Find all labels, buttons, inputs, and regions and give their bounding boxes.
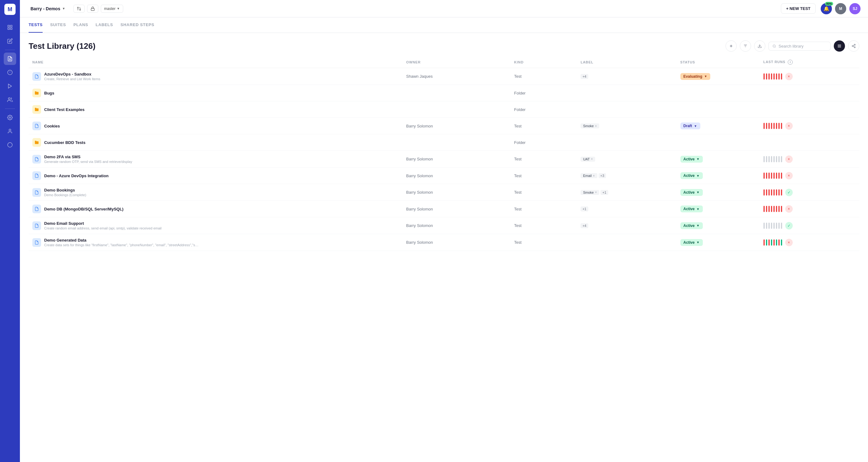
status-badge[interactable]: Active ▼ [680, 222, 703, 229]
sidebar-item-dashboard[interactable] [4, 21, 16, 34]
test-name[interactable]: AzureDevOps - Sandbox [44, 72, 100, 76]
sidebar-item-bugs[interactable] [4, 66, 16, 79]
owner-cell: Barry Solomon [403, 118, 510, 134]
library-title: Test Library (126) [29, 41, 725, 51]
runs-bars: × [764, 172, 856, 179]
label-tag: Email × [581, 173, 597, 178]
filter-button[interactable] [740, 40, 751, 52]
test-name[interactable]: Demo Bookings [44, 188, 86, 193]
label-tag: Smoke × [581, 190, 599, 195]
runs-cell: × [760, 201, 859, 217]
test-name-group: Demo Email Support Create random email a… [44, 221, 161, 230]
test-icon [32, 238, 41, 247]
test-name-group: Bugs [44, 91, 55, 95]
avatar-m[interactable]: M [835, 3, 846, 14]
label-more: +1 [600, 190, 608, 195]
test-name[interactable]: Demo 2FA via SMS [44, 155, 132, 159]
run-bar [771, 73, 772, 79]
delete-run-icon[interactable]: × [785, 156, 793, 163]
menu-button[interactable] [834, 40, 845, 52]
avatar-sj[interactable]: SJ [849, 3, 861, 14]
sidebar-item-people[interactable] [4, 94, 16, 106]
run-bar [764, 189, 765, 196]
status-badge[interactable]: Active ▼ [680, 239, 703, 246]
run-bar [776, 123, 777, 129]
run-bar [781, 156, 782, 162]
branch-chevron-icon: ▼ [117, 7, 120, 10]
tab-labels[interactable]: LABELS [95, 18, 113, 33]
check-run-icon[interactable]: ✓ [785, 189, 793, 196]
label-cell: +4 [577, 68, 676, 85]
status-cell: Draft ▼ [677, 118, 760, 134]
test-name-cell: Bugs [32, 89, 399, 97]
add-button[interactable] [725, 40, 737, 52]
col-header-kind: KIND [510, 57, 577, 68]
last-runs-info-icon[interactable]: i [788, 60, 793, 65]
run-bar [771, 156, 772, 162]
test-name[interactable]: Demo Email Support [44, 221, 161, 226]
branch-type-btn[interactable] [73, 5, 85, 13]
test-name[interactable]: Cookies [44, 124, 60, 128]
new-test-button[interactable]: + NEW TEST [781, 3, 816, 14]
status-badge[interactable]: Active ▼ [680, 205, 703, 212]
label-remove-icon[interactable]: × [595, 124, 597, 128]
run-bar [769, 189, 770, 196]
status-badge[interactable]: Draft ▼ [680, 123, 700, 129]
test-name[interactable]: Demo - Azure DevOps Integration [44, 173, 108, 178]
test-name[interactable]: Client Test Examples [44, 107, 85, 112]
status-chevron-icon: ▼ [696, 207, 700, 211]
test-name[interactable]: Demo Generated Data [44, 238, 200, 242]
status-chevron-icon: ▼ [696, 191, 700, 194]
search-icon [773, 44, 776, 48]
sidebar-item-play[interactable] [4, 80, 16, 92]
status-cell [677, 134, 760, 151]
test-name-cell: Demo Email Support Create random email a… [32, 221, 399, 230]
download-button[interactable] [754, 40, 765, 52]
branch-lock-btn[interactable] [87, 5, 98, 13]
tab-suites[interactable]: SUITES [50, 18, 66, 33]
sidebar-item-tests[interactable] [4, 53, 16, 65]
sidebar-item-cat[interactable] [4, 139, 16, 151]
delete-run-icon[interactable]: × [785, 172, 793, 179]
test-name[interactable]: Demo DB (MongoDB/SQL Server/MySQL) [44, 207, 124, 211]
label-remove-icon[interactable]: × [591, 157, 593, 161]
test-name[interactable]: Cucumber BDD Tests [44, 140, 86, 145]
delete-run-icon[interactable]: × [785, 239, 793, 246]
test-name[interactable]: Bugs [44, 91, 55, 95]
tab-shared-steps[interactable]: SHARED STEPS [120, 18, 154, 33]
tab-plans[interactable]: PLANS [73, 18, 88, 33]
run-bar [764, 206, 765, 212]
delete-run-icon[interactable]: × [785, 122, 793, 130]
branch-selector[interactable]: master ▼ [101, 5, 124, 13]
status-badge[interactable]: Active ▼ [680, 156, 703, 163]
app-logo[interactable]: M [4, 4, 16, 15]
run-bar [781, 172, 782, 179]
run-bar [781, 206, 782, 212]
svg-point-13 [79, 9, 81, 10]
search-input[interactable] [779, 44, 827, 48]
workspace-selector[interactable]: Barry - Demos ▼ [27, 4, 68, 13]
label-remove-icon[interactable]: × [595, 191, 597, 194]
svg-line-30 [853, 46, 854, 47]
sidebar-item-edit[interactable] [4, 35, 16, 47]
sidebar-item-settings[interactable] [4, 111, 16, 124]
test-icon [32, 188, 41, 197]
status-badge[interactable]: Evaluating ▼ [680, 73, 711, 80]
sidebar-item-user[interactable] [4, 125, 16, 137]
share-button[interactable] [848, 40, 859, 52]
status-badge[interactable]: Active ▼ [680, 172, 703, 179]
delete-run-icon[interactable]: × [785, 73, 793, 80]
run-bar [778, 73, 780, 79]
run-bar [769, 206, 770, 212]
tab-tests[interactable]: TESTS [29, 18, 42, 33]
label-remove-icon[interactable]: × [593, 174, 595, 177]
workspace-chevron-icon: ▼ [62, 7, 65, 10]
delete-run-icon[interactable]: × [785, 205, 793, 213]
notifications-button[interactable]: 🔔 80% [821, 3, 832, 14]
status-cell: Active ▼ [677, 217, 760, 234]
check-run-icon[interactable]: ✓ [785, 222, 793, 229]
run-bar [771, 123, 772, 129]
label-tag: Smoke × [581, 124, 599, 128]
status-badge[interactable]: Active ▼ [680, 189, 703, 196]
label-more: +3 [598, 173, 607, 178]
